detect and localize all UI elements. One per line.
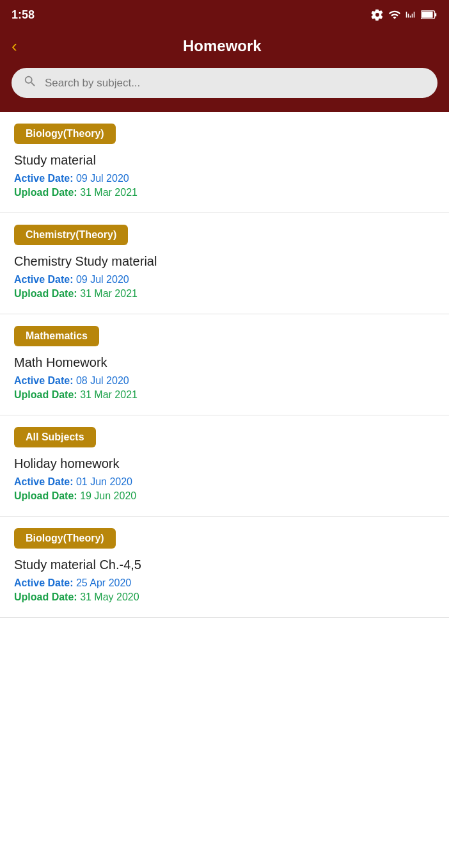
homework-title: Study material: [14, 153, 435, 168]
active-date-value: 09 Jul 2020: [76, 274, 129, 285]
homework-list: Biology(Theory) Study material Active Da…: [0, 112, 449, 618]
active-date-label: Active Date:: [14, 274, 73, 285]
active-date-row: Active Date: 09 Jul 2020: [14, 173, 435, 184]
upload-date-label: Upload Date:: [14, 288, 77, 299]
active-date-label: Active Date:: [14, 476, 73, 487]
search-input[interactable]: [45, 77, 426, 90]
app-header: ‹ Homework: [0, 29, 449, 68]
status-time: 1:58: [12, 8, 35, 22]
homework-title: Study material Ch.-4,5: [14, 558, 435, 572]
upload-date-label: Upload Date:: [14, 389, 77, 400]
page-title: Homework: [24, 37, 421, 55]
upload-date-row: Upload Date: 31 May 2020: [14, 591, 435, 603]
homework-item[interactable]: All Subjects Holiday homework Active Dat…: [0, 415, 449, 517]
signal-icon: [406, 8, 417, 21]
upload-date-value: 19 Jun 2020: [80, 490, 136, 501]
upload-date-value: 31 Mar 2021: [80, 288, 138, 299]
active-date-value: 09 Jul 2020: [76, 173, 129, 184]
subject-badge: Chemistry(Theory): [14, 225, 128, 245]
active-date-value: 25 Apr 2020: [76, 577, 131, 588]
active-date-row: Active Date: 08 Jul 2020: [14, 375, 435, 387]
subject-badge: All Subjects: [14, 427, 96, 447]
active-date-label: Active Date:: [14, 375, 73, 386]
wifi-icon: [388, 8, 402, 21]
active-date-label: Active Date:: [14, 577, 73, 588]
battery-icon: [421, 10, 437, 20]
upload-date-row: Upload Date: 19 Jun 2020: [14, 490, 435, 502]
search-box: [12, 68, 437, 98]
svg-rect-1: [435, 13, 437, 16]
upload-date-value: 31 May 2020: [80, 591, 139, 602]
svg-rect-2: [421, 12, 432, 18]
status-bar: 1:58: [0, 0, 449, 29]
active-date-label: Active Date:: [14, 173, 73, 184]
upload-date-value: 31 Mar 2021: [80, 187, 138, 198]
subject-badge: Mathematics: [14, 326, 99, 346]
back-button[interactable]: ‹: [12, 38, 17, 54]
upload-date-row: Upload Date: 31 Mar 2021: [14, 187, 435, 198]
search-container: [0, 68, 449, 112]
subject-badge: Biology(Theory): [14, 528, 116, 549]
homework-item[interactable]: Biology(Theory) Study material Active Da…: [0, 112, 449, 213]
homework-item[interactable]: Chemistry(Theory) Chemistry Study materi…: [0, 213, 449, 314]
subject-badge: Biology(Theory): [14, 124, 116, 144]
search-icon: [23, 74, 37, 92]
upload-date-row: Upload Date: 31 Mar 2021: [14, 389, 435, 401]
upload-date-row: Upload Date: 31 Mar 2021: [14, 288, 435, 300]
gear-icon: [371, 8, 384, 21]
active-date-row: Active Date: 09 Jul 2020: [14, 274, 435, 285]
upload-date-label: Upload Date:: [14, 490, 77, 501]
homework-title: Chemistry Study material: [14, 254, 435, 269]
homework-title: Math Homework: [14, 355, 435, 370]
homework-title: Holiday homework: [14, 456, 435, 471]
active-date-row: Active Date: 25 Apr 2020: [14, 577, 435, 589]
active-date-row: Active Date: 01 Jun 2020: [14, 476, 435, 488]
active-date-value: 08 Jul 2020: [76, 375, 129, 386]
upload-date-value: 31 Mar 2021: [80, 389, 138, 400]
status-icons: [371, 8, 437, 21]
homework-item[interactable]: Biology(Theory) Study material Ch.-4,5 A…: [0, 517, 449, 618]
upload-date-label: Upload Date:: [14, 591, 77, 602]
upload-date-label: Upload Date:: [14, 187, 77, 198]
homework-item[interactable]: Mathematics Math Homework Active Date: 0…: [0, 314, 449, 415]
active-date-value: 01 Jun 2020: [76, 476, 132, 487]
